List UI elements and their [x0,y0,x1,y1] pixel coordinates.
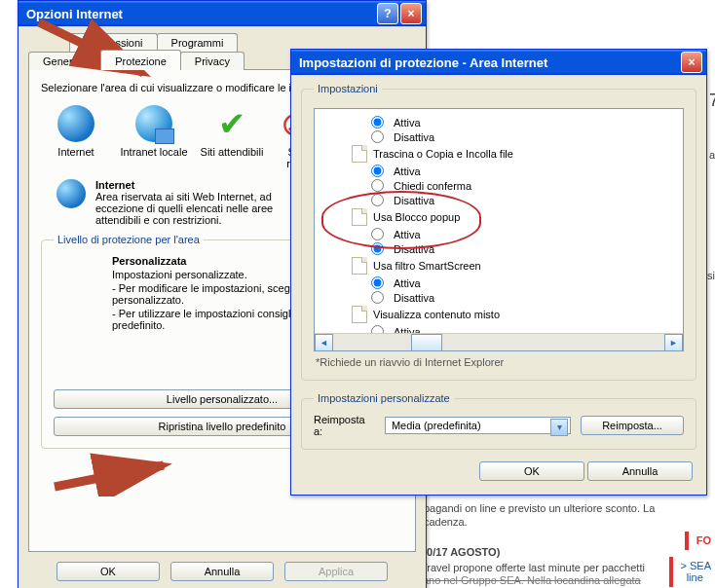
tab-privacy[interactable]: Privacy [180,52,245,70]
tree-option[interactable]: Disattiva [322,129,677,144]
zone-intranet[interactable]: Intranet locale [119,105,189,169]
tree-label: Visualizza contenuto misto [373,309,500,320]
bg-red2a: SEA [690,560,711,571]
bg-text2a: Travel propone offerte last minute per p… [421,561,645,574]
security-settings-window: Impostazioni di protezione - Area Intern… [290,49,707,496]
checkmark-icon: ✔ [213,105,250,142]
bg-red2b: line [687,571,703,583]
settings-group: Impostazioni AttivaDisattivaTrascina o C… [301,83,696,381]
tree-category: Usa Blocco popup [322,207,677,227]
zone-label: Intranet locale [119,146,189,158]
help-button[interactable]: ? [377,3,398,24]
radio-input[interactable] [371,116,384,129]
radio-input[interactable] [371,130,384,143]
tree-label: Attiva [394,277,421,289]
page-icon [352,257,367,275]
tree-option[interactable]: Disattiva [322,290,677,305]
tree-label: Attiva [394,165,421,177]
scroll-thumb[interactable] [411,334,442,351]
globe-icon [57,105,94,142]
apply-button: Applica [284,562,388,581]
scroll-track[interactable] [333,334,664,350]
globe-icon [56,179,86,208]
page-icon [352,208,367,226]
scroll-right-arrow[interactable]: ► [664,334,683,351]
tree-category: Usa filtro SmartScreen [322,256,677,276]
globe-monitor-icon [135,105,172,142]
scroll-left-arrow[interactable]: ◄ [315,334,333,351]
tree-label: Disattiva [394,131,434,143]
radio-input[interactable] [371,194,384,206]
tree-option[interactable]: Attiva [322,276,677,290]
close-button[interactable]: × [681,52,702,73]
tab-general[interactable]: Generale [28,52,101,70]
h-scrollbar[interactable]: ◄ ► [315,333,683,350]
zone-trusted[interactable]: ✔ Siti attendibili [197,105,267,169]
tree-label: Disattiva [394,292,434,304]
ok-button[interactable]: OK [479,461,584,481]
zone-label: Internet [41,146,111,158]
bg-side2: si [707,269,715,282]
settings-tree[interactable]: AttivaDisattivaTrascina o Copia e Incoll… [314,108,684,351]
bg-frag1: 7 [709,93,715,107]
tree-label: Chiedi conferma [394,180,471,192]
ok-button[interactable]: OK [56,562,160,581]
tree-option[interactable]: Attiva [322,227,677,241]
page-icon [352,145,367,163]
titlebar[interactable]: Impostazioni di protezione - Area Intern… [291,50,706,75]
radio-input[interactable] [371,242,384,255]
zone-description: Area riservata ai siti Web Internet, ad … [95,191,310,226]
tree-option[interactable]: Disattiva [322,193,677,207]
tree-label: Disattiva [394,243,434,255]
tree-label: Attiva [394,229,421,240]
restart-footnote: *Richiede un riavvio di Internet Explore… [316,356,682,368]
bg-red-box2: > SEA line [669,557,716,587]
bg-text1b: cadenza. [424,515,468,529]
tree-label: Usa Blocco popup [373,211,460,223]
tree-category: Visualizza contenuto misto [322,305,677,324]
tree-option[interactable]: Disattiva [322,241,677,256]
tab-security[interactable]: Protezione [100,50,181,70]
tree-label: Trascina o Copia e Incolla file [373,148,513,160]
radio-input[interactable] [371,165,384,177]
reset-level-select[interactable]: Media (predefinita) [385,417,571,434]
custom-legend: Impostazioni personalizzate [314,392,454,404]
tree-option[interactable]: Attiva [322,115,677,129]
window-title: Opzioni Internet [26,7,123,21]
bg-text1a: pagandi on line e previsto un ulteriore … [424,501,655,515]
settings-legend: Impostazioni [314,83,382,94]
reset-to-label: Reimposta a: [314,414,375,437]
custom-settings-group: Impostazioni personalizzate Reimposta a:… [301,392,696,450]
zone-internet[interactable]: Internet [41,105,111,169]
tree-label: Disattiva [394,195,434,206]
cancel-button[interactable]: Annulla [170,562,274,581]
bg-date: 10/17 AGOSTO) [421,545,500,559]
cancel-button[interactable]: Annulla [587,461,693,481]
radio-input[interactable] [371,179,384,192]
radio-input[interactable] [371,291,384,304]
level-legend: Livello di protezione per l'area [54,234,204,245]
radio-input[interactable] [371,276,384,289]
close-button[interactable]: × [400,3,422,24]
bg-red-box1: FO [685,532,715,550]
dialog-buttons: OK Annulla Applica [28,562,416,581]
page-icon [352,306,367,323]
tree-label: Attiva [394,117,421,129]
window-title: Impostazioni di protezione - Area Intern… [299,55,547,70]
titlebar[interactable]: Opzioni Internet ? × [19,1,426,26]
reset-button[interactable]: Reimposta... [581,416,684,435]
bg-side1: a [709,148,715,162]
tree-category: Trascina o Copia e Incolla file [322,144,677,164]
zone-label: Siti attendibili [197,146,267,158]
radio-input[interactable] [371,228,384,240]
tree-option[interactable]: Attiva [322,164,677,178]
dialog-buttons: OK Annulla [301,461,693,481]
zone-title: Internet [95,179,310,191]
tree-option[interactable]: Chiedi conferma [322,178,677,193]
tree-label: Usa filtro SmartScreen [373,260,481,272]
